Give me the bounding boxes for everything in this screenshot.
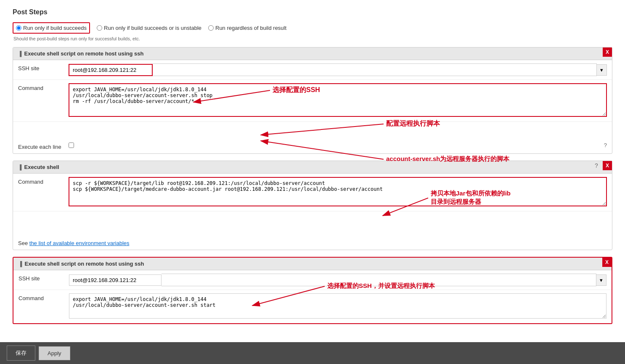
command-label-1: Command: [18, 83, 69, 91]
ssh-site-dropdown-2[interactable]: ▾: [596, 274, 606, 286]
hint-text: Should the post-build steps run only for…: [13, 36, 612, 41]
command-control-1: export JAVA_HOME=/usr/local/jdk/jdk1.8.0…: [69, 83, 607, 118]
shell-section-help-button[interactable]: ?: [592, 161, 601, 170]
page-title: Post Steps: [13, 8, 612, 16]
ssh-site-row-2: SSH site root@192.168.209.121:22 ▾: [13, 270, 612, 290]
ssh-section-1-header: ▐ Execute shell script on remote host us…: [13, 47, 612, 60]
radio-input-1[interactable]: [16, 25, 21, 31]
ssh-section-2-icon: ▐: [19, 261, 22, 267]
ssh-site-input-1[interactable]: root@192.168.209.121:22: [69, 64, 153, 76]
env-variables-link[interactable]: the list of available environment variab…: [29, 240, 130, 246]
env-note: See the list of available environment va…: [13, 237, 612, 250]
section-icon: ▐: [18, 51, 22, 57]
radio-label-2: Run only if build succeeds or is unstabl…: [104, 25, 201, 31]
ssh-section-2-header: ▐ Execute shell script on remote host us…: [13, 258, 612, 270]
ssh-site-row-1: SSH site root@192.168.209.121:22 ▾: [13, 60, 612, 80]
content-wrapper: Run only if build succeeds Run only if b…: [13, 22, 612, 324]
shell-command-label: Command: [18, 177, 69, 185]
shell-spacer: [13, 211, 612, 237]
ssh-section-1-title: Execute shell script on remote host usin…: [24, 50, 144, 57]
ssh-site-control-1: root@192.168.209.121:22 ▾: [69, 63, 607, 76]
ssh-command-textarea-2[interactable]: export JAVA_HOME=/usr/local/jdk/jdk1.8.0…: [69, 293, 606, 319]
command-spacer-1: [13, 122, 612, 139]
env-note-text: See: [18, 240, 28, 246]
ssh-site-label-1: SSH site: [18, 63, 69, 71]
radio-label-1: Run only if build succeeds: [23, 25, 87, 31]
shell-command-textarea[interactable]: scp -r ${WORKSPACE}/target/lib root@192.…: [69, 177, 607, 206]
help-icon-execute[interactable]: ?: [604, 142, 607, 148]
shell-section-title: Execute shell: [24, 164, 59, 170]
execute-each-line-label: Execute each line: [18, 142, 69, 150]
radio-group: Run only if build succeeds Run only if b…: [13, 22, 612, 34]
ssh-section-2: ▐ Execute shell script on remote host us…: [13, 257, 612, 324]
ssh-site-input-2[interactable]: root@192.168.209.121:22: [69, 274, 162, 286]
ssh-section-2-close-button[interactable]: X: [602, 258, 612, 267]
shell-section: ▐ Execute shell X ? Command scp -r ${WOR…: [13, 161, 612, 250]
radio-option-3[interactable]: Run regardless of build result: [208, 25, 286, 31]
bottom-bar: 保存 Apply: [0, 342, 625, 364]
ssh-command-label-2: Command: [19, 293, 69, 301]
ssh-site-dropdown-1[interactable]: ▾: [597, 64, 607, 76]
ssh-section-2-title: Execute shell script on remote host usin…: [25, 261, 144, 267]
ssh-command-row-2: Command export JAVA_HOME=/usr/local/jdk/…: [13, 290, 612, 323]
ssh-command-control-2: export JAVA_HOME=/usr/local/jdk/jdk1.8.0…: [69, 293, 606, 320]
radio-option-2[interactable]: Run only if build succeeds or is unstabl…: [97, 25, 201, 31]
shell-section-icon: ▐: [18, 164, 22, 170]
shell-command-control: scp -r ${WORKSPACE}/target/lib root@192.…: [69, 177, 607, 208]
radio-input-3[interactable]: [208, 25, 214, 31]
command-textarea-1[interactable]: export JAVA_HOME=/usr/local/jdk/jdk1.8.0…: [69, 83, 607, 117]
execute-each-line-row: Execute each line ?: [13, 139, 612, 153]
ssh-section-1-close-button[interactable]: X: [603, 47, 612, 57]
ssh-site-control-2: root@192.168.209.121:22 ▾: [69, 274, 606, 286]
radio-input-2[interactable]: [97, 25, 102, 31]
save-button[interactable]: 保存: [7, 346, 35, 361]
shell-section-close-button[interactable]: X: [603, 161, 612, 170]
ssh-site-label-2: SSH site: [19, 274, 69, 282]
shell-command-row: Command scp -r ${WORKSPACE}/target/lib r…: [13, 174, 612, 211]
execute-each-line-control: ?: [69, 142, 607, 148]
execute-each-line-checkbox[interactable]: [69, 142, 74, 148]
shell-section-header: ▐ Execute shell: [13, 161, 612, 174]
command-row-1: Command export JAVA_HOME=/usr/local/jdk/…: [13, 80, 612, 122]
radio-label-3: Run regardless of build result: [215, 25, 286, 31]
ssh-section-1: ▐ Execute shell script on remote host us…: [13, 47, 612, 154]
radio-option-1[interactable]: Run only if build succeeds: [13, 22, 90, 34]
apply-button[interactable]: Apply: [39, 346, 70, 360]
